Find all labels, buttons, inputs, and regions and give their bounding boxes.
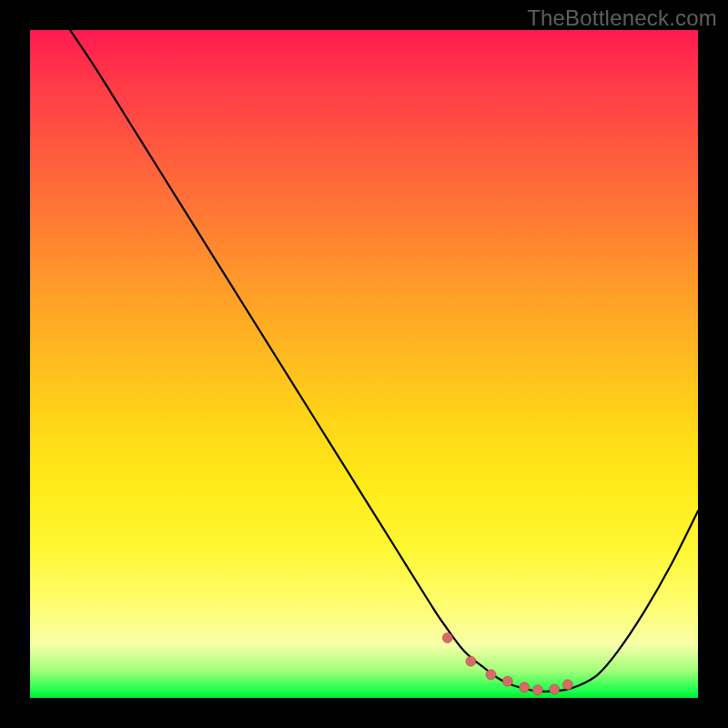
marker-dot: [520, 682, 530, 693]
marker-group: [442, 632, 572, 694]
marker-dot: [532, 685, 542, 695]
curve-svg: [30, 30, 698, 698]
watermark-text: TheBottleneck.com: [527, 5, 717, 31]
marker-dot: [442, 632, 452, 642]
marker-dot: [466, 656, 476, 666]
marker-dot: [550, 684, 560, 694]
bottleneck-curve: [70, 30, 698, 692]
chart-frame: TheBottleneck.com: [0, 0, 728, 728]
marker-dot: [486, 670, 496, 680]
plot-area: [30, 30, 698, 698]
marker-dot: [562, 680, 572, 690]
marker-dot: [502, 676, 512, 686]
